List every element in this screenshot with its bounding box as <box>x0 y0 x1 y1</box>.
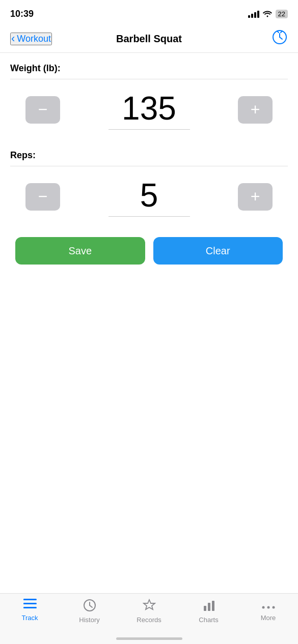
reps-decrement-icon: − <box>38 187 48 206</box>
weight-decrement-icon: − <box>38 100 48 119</box>
more-icon <box>262 599 275 612</box>
tab-records[interactable]: Records <box>119 599 179 624</box>
tab-history[interactable]: History <box>60 599 119 624</box>
weight-decrement-button[interactable]: − <box>25 96 60 124</box>
svg-line-3 <box>277 31 279 33</box>
svg-rect-17 <box>212 601 214 611</box>
svg-point-19 <box>267 606 269 609</box>
tab-more[interactable]: More <box>238 599 298 622</box>
page-title: Barbell Squat <box>116 33 182 45</box>
tab-bar: Track History Records Charts <box>0 593 298 644</box>
tab-history-label: History <box>79 616 99 624</box>
tab-track[interactable]: Track <box>0 599 60 622</box>
battery-icon: 22 <box>276 10 288 18</box>
weight-label: Weight (lb): <box>10 53 288 79</box>
tab-records-label: Records <box>137 616 161 624</box>
reps-label: Reps: <box>10 140 288 166</box>
save-button[interactable]: Save <box>15 237 145 265</box>
reps-increment-icon: + <box>251 187 260 206</box>
status-time: 10:39 <box>10 9 34 19</box>
tab-more-label: More <box>261 614 276 622</box>
svg-point-18 <box>262 606 264 609</box>
home-indicator <box>116 637 182 640</box>
weight-increment-icon: + <box>251 100 260 119</box>
track-icon <box>23 599 37 612</box>
tab-charts-label: Charts <box>199 616 218 624</box>
signal-icon <box>248 10 259 18</box>
clear-button[interactable]: Clear <box>153 237 283 265</box>
action-buttons: Save Clear <box>10 227 288 270</box>
records-icon <box>143 599 156 614</box>
svg-rect-16 <box>208 603 210 611</box>
reps-increment-button[interactable]: + <box>238 183 273 211</box>
svg-line-2 <box>280 37 282 39</box>
tab-charts[interactable]: Charts <box>179 599 238 624</box>
weight-value: 135 <box>109 90 190 130</box>
back-chevron-icon: ‹ <box>11 33 15 44</box>
main-content: Weight (lb): − 135 + Reps: − 5 + Save Cl… <box>0 53 298 270</box>
status-icons: 22 <box>248 9 288 19</box>
svg-rect-10 <box>23 607 26 608</box>
charts-icon <box>202 599 215 614</box>
svg-point-20 <box>272 606 275 609</box>
svg-rect-8 <box>23 599 26 600</box>
reps-decrement-button[interactable]: − <box>25 183 60 211</box>
timer-icon[interactable] <box>272 29 288 49</box>
back-label: Workout <box>17 34 51 44</box>
back-button[interactable]: ‹ Workout <box>10 33 52 45</box>
svg-rect-15 <box>204 606 206 611</box>
svg-line-4 <box>281 31 282 33</box>
reps-value: 5 <box>109 177 190 217</box>
reps-stepper-row: − 5 + <box>10 166 288 227</box>
wifi-icon <box>262 9 273 19</box>
status-bar: 10:39 22 <box>0 0 298 25</box>
weight-increment-button[interactable]: + <box>238 96 273 124</box>
svg-rect-9 <box>23 603 26 604</box>
nav-bar: ‹ Workout Barbell Squat <box>0 25 298 53</box>
tab-track-label: Track <box>21 614 38 622</box>
history-icon <box>83 599 96 614</box>
weight-stepper-row: − 135 + <box>10 79 288 140</box>
svg-marker-14 <box>144 600 155 609</box>
svg-line-13 <box>90 605 92 607</box>
